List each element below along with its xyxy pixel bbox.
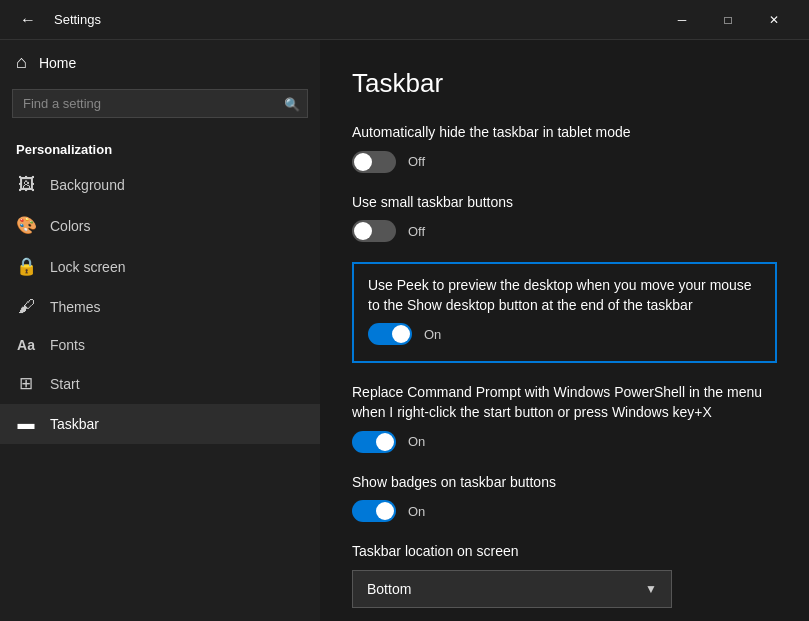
toggle-row-small-buttons: Off xyxy=(352,220,777,242)
toggle-row-powershell: On xyxy=(352,431,777,453)
search-container: 🔍 xyxy=(12,89,308,118)
sidebar-item-label: Taskbar xyxy=(50,416,99,432)
toggle-thumb xyxy=(376,433,394,451)
toggle-small-buttons[interactable] xyxy=(352,220,396,242)
toggle-badges[interactable] xyxy=(352,500,396,522)
close-button[interactable]: ✕ xyxy=(751,4,797,36)
toggle-thumb xyxy=(392,325,410,343)
sidebar-item-themes[interactable]: 🖌 Themes xyxy=(0,287,320,327)
sidebar-item-background[interactable]: 🖼 Background xyxy=(0,165,320,205)
taskbar-icon: ▬ xyxy=(16,414,36,434)
content-area: Taskbar Automatically hide the taskbar i… xyxy=(320,40,809,621)
colors-icon: 🎨 xyxy=(16,215,36,236)
setting-powershell: Replace Command Prompt with Windows Powe… xyxy=(352,383,777,452)
home-icon: ⌂ xyxy=(16,52,27,73)
window-controls: ─ □ ✕ xyxy=(659,4,797,36)
setting-peek-highlighted: Use Peek to preview the desktop when you… xyxy=(352,262,777,363)
toggle-state-peek: On xyxy=(424,327,441,342)
maximize-button[interactable]: □ xyxy=(705,4,751,36)
lock-icon: 🔒 xyxy=(16,256,36,277)
taskbar-location-value: Bottom xyxy=(367,581,411,597)
setting-label-badges: Show badges on taskbar buttons xyxy=(352,473,777,493)
toggle-state-small-buttons: Off xyxy=(408,224,425,239)
toggle-row-tablet-mode: Off xyxy=(352,151,777,173)
sidebar-item-label: Start xyxy=(50,376,80,392)
sidebar-item-label: Background xyxy=(50,177,125,193)
taskbar-location-dropdown[interactable]: Bottom ▼ xyxy=(352,570,672,608)
sidebar-section-title: Personalization xyxy=(0,130,320,165)
setting-label-tablet-mode: Automatically hide the taskbar in tablet… xyxy=(352,123,777,143)
toggle-thumb xyxy=(354,222,372,240)
window-title: Settings xyxy=(54,12,101,27)
background-icon: 🖼 xyxy=(16,175,36,195)
title-bar: ← Settings ─ □ ✕ xyxy=(0,0,809,40)
setting-label-location: Taskbar location on screen xyxy=(352,542,777,562)
sidebar-item-label: Lock screen xyxy=(50,259,125,275)
minimize-button[interactable]: ─ xyxy=(659,4,705,36)
sidebar-item-lock-screen[interactable]: 🔒 Lock screen xyxy=(0,246,320,287)
home-label: Home xyxy=(39,55,76,71)
toggle-peek[interactable] xyxy=(368,323,412,345)
sidebar-item-home[interactable]: ⌂ Home xyxy=(0,40,320,85)
back-button[interactable]: ← xyxy=(12,7,44,33)
toggle-thumb xyxy=(376,502,394,520)
fonts-icon: Aa xyxy=(16,337,36,353)
search-input[interactable] xyxy=(12,89,308,118)
sidebar-item-taskbar[interactable]: ▬ Taskbar xyxy=(0,404,320,444)
toggle-state-powershell: On xyxy=(408,434,425,449)
sidebar-item-label: Fonts xyxy=(50,337,85,353)
toggle-row-badges: On xyxy=(352,500,777,522)
start-icon: ⊞ xyxy=(16,373,36,394)
setting-tablet-mode: Automatically hide the taskbar in tablet… xyxy=(352,123,777,173)
setting-label-powershell: Replace Command Prompt with Windows Powe… xyxy=(352,383,777,422)
page-title: Taskbar xyxy=(352,68,777,99)
setting-taskbar-location: Taskbar location on screen Bottom ▼ xyxy=(352,542,777,608)
toggle-row-peek: On xyxy=(368,323,761,345)
toggle-state-tablet-mode: Off xyxy=(408,154,425,169)
toggle-powershell[interactable] xyxy=(352,431,396,453)
sidebar: ⌂ Home 🔍 Personalization 🖼 Background 🎨 … xyxy=(0,40,320,621)
setting-small-buttons: Use small taskbar buttons Off xyxy=(352,193,777,243)
sidebar-item-start[interactable]: ⊞ Start xyxy=(0,363,320,404)
setting-label-small-buttons: Use small taskbar buttons xyxy=(352,193,777,213)
search-icon: 🔍 xyxy=(284,96,300,111)
setting-label-peek: Use Peek to preview the desktop when you… xyxy=(368,276,761,315)
chevron-down-icon: ▼ xyxy=(645,582,657,596)
sidebar-item-label: Themes xyxy=(50,299,101,315)
toggle-state-badges: On xyxy=(408,504,425,519)
toggle-tablet-mode[interactable] xyxy=(352,151,396,173)
sidebar-item-fonts[interactable]: Aa Fonts xyxy=(0,327,320,363)
themes-icon: 🖌 xyxy=(16,297,36,317)
toggle-thumb xyxy=(354,153,372,171)
sidebar-item-label: Colors xyxy=(50,218,90,234)
sidebar-item-colors[interactable]: 🎨 Colors xyxy=(0,205,320,246)
setting-badges: Show badges on taskbar buttons On xyxy=(352,473,777,523)
main-layout: ⌂ Home 🔍 Personalization 🖼 Background 🎨 … xyxy=(0,40,809,621)
